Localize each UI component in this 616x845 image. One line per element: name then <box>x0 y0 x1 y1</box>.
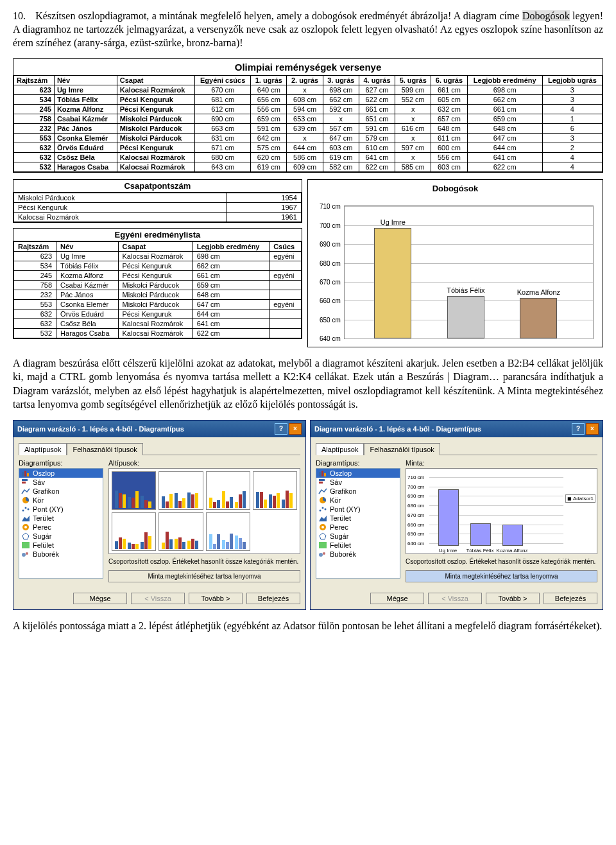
dialog-titlebar: Diagram varázsló - 1. lépés a 4-ből - Di… <box>13 421 305 437</box>
svg-point-31 <box>323 552 325 555</box>
dialog-title: Diagram varázsló - 1. lépés a 4-ből - Di… <box>17 425 184 433</box>
highlighted-word: Dobogósok <box>522 10 570 21</box>
finish-button[interactable]: Befejezés <box>543 593 597 604</box>
label-subtypes: Altípusok: <box>108 459 300 467</box>
svg-rect-2 <box>27 473 29 476</box>
chart-type-option[interactable]: Sáv <box>19 478 103 487</box>
chart-type-option[interactable]: Kör <box>316 496 400 505</box>
type-icon <box>21 469 30 477</box>
preview-chart: ◼ Adatsor1 640 cm650 cm660 cm670 cm680 c… <box>406 468 597 554</box>
chart-type-option[interactable]: Terület <box>19 514 103 523</box>
type-icon <box>318 469 327 477</box>
wizard-dialogs-row: Diagram varázsló - 1. lépés a 4-ből - Di… <box>13 420 603 610</box>
task-paragraph: 10.Készítsen oszlopdiagramot, a mintának… <box>13 9 603 49</box>
subtype-thumb[interactable] <box>206 512 250 551</box>
chart-type-option[interactable]: Oszlop <box>316 469 400 478</box>
svg-rect-1 <box>24 471 26 476</box>
label-chart-type: Diagramtípus: <box>316 459 400 467</box>
hold-to-preview-button-pressed[interactable]: Minta megtekintéséhez tartsa lenyomva <box>406 570 597 582</box>
dialog-title: Diagram varázsló - 1. lépés a 4-ből - Di… <box>314 425 481 433</box>
individual-results-box: Egyéni eredménylista RajtszámNévCsapatLe… <box>13 228 302 339</box>
type-icon <box>318 550 327 558</box>
svg-point-14 <box>22 553 26 557</box>
chart-type-option[interactable]: Grafikon <box>19 487 103 496</box>
subtype-description: Csoportosított oszlop. Értékeket hasonlí… <box>406 558 597 565</box>
type-icon <box>318 532 327 540</box>
close-icon[interactable]: × <box>289 423 302 435</box>
svg-rect-4 <box>22 482 26 483</box>
type-icon <box>21 496 30 504</box>
svg-marker-28 <box>320 533 326 539</box>
chart-type-option[interactable]: Perec <box>19 523 103 532</box>
svg-point-6 <box>22 509 24 511</box>
chart-type-option[interactable]: Oszlop <box>19 469 103 478</box>
subtype-thumb[interactable] <box>206 471 250 510</box>
help-icon[interactable]: ? <box>275 423 287 435</box>
subtype-thumb[interactable] <box>112 471 156 510</box>
svg-rect-3 <box>22 479 28 481</box>
tab-standard[interactable]: Alaptípusok <box>316 443 364 455</box>
type-icon <box>21 523 30 531</box>
svg-point-11 <box>24 526 27 528</box>
wizard-tabs: Alaptípusok Felhasználói típusok <box>316 442 597 455</box>
type-icon <box>318 523 327 531</box>
label-chart-type: Diagramtípus: <box>19 459 103 467</box>
type-icon <box>21 514 30 522</box>
type-icon <box>318 541 327 549</box>
chart-type-listbox[interactable]: OszlopSávGrafikonKörPont (XY)TerületPere… <box>19 468 103 579</box>
type-icon <box>21 487 30 495</box>
type-icon <box>21 532 30 540</box>
svg-rect-18 <box>324 473 326 476</box>
svg-rect-20 <box>319 482 323 483</box>
preview-legend: ◼ Adatsor1 <box>565 494 595 503</box>
cancel-button[interactable]: Mégse <box>73 593 127 604</box>
back-button: < Vissza <box>428 593 482 604</box>
next-button[interactable]: Tovább > <box>189 593 243 604</box>
svg-point-30 <box>319 553 323 557</box>
wizard-tabs: Alaptípusok Felhasználói típusok <box>19 442 300 455</box>
tab-custom[interactable]: Felhasználói típusok <box>67 443 142 455</box>
chart-wizard-dialog-preview: Diagram varázsló - 1. lépés a 4-ből - Di… <box>310 420 603 610</box>
type-icon <box>21 478 30 486</box>
chart-type-option[interactable]: Terület <box>316 514 400 523</box>
chart-type-option[interactable]: Pont (XY) <box>316 505 400 514</box>
svg-marker-9 <box>22 516 30 521</box>
chart-type-option[interactable]: Buborék <box>316 550 400 559</box>
tab-standard[interactable]: Alaptípusok <box>19 443 67 455</box>
subtype-grid[interactable] <box>108 468 300 554</box>
chart-plot-area: 640 cm650 cm660 cm670 cm680 cm690 cm700 … <box>344 205 594 339</box>
subtype-thumb[interactable] <box>253 471 297 510</box>
svg-point-7 <box>25 507 27 509</box>
type-icon <box>318 514 327 522</box>
svg-rect-19 <box>319 479 325 481</box>
cancel-button[interactable]: Mégse <box>370 593 424 604</box>
chart-type-option[interactable]: Buborék <box>19 550 103 559</box>
individual-results-table: RajtszámNévCsapatLegjobb eredményCsúcs62… <box>13 241 302 338</box>
chart-type-option[interactable]: Felület <box>19 541 103 550</box>
chart-type-option[interactable]: Kör <box>19 496 103 505</box>
individual-results-title: Egyéni eredménylista <box>13 229 302 241</box>
tab-custom[interactable]: Felhasználói típusok <box>364 443 440 455</box>
type-icon <box>318 496 327 504</box>
help-icon[interactable]: ? <box>572 423 585 435</box>
subtype-thumb[interactable] <box>158 471 203 510</box>
chart-type-option[interactable]: Pont (XY) <box>19 505 103 514</box>
type-icon <box>318 478 327 486</box>
back-button: < Vissza <box>131 593 185 604</box>
hold-to-preview-button[interactable]: Minta megtekintéséhez tartsa lenyomva <box>108 570 300 582</box>
next-button[interactable]: Tovább > <box>486 593 540 604</box>
chart-type-option[interactable]: Felület <box>316 541 400 550</box>
chart-type-option[interactable]: Sugár <box>19 532 103 541</box>
svg-marker-25 <box>319 516 327 521</box>
chart-type-option[interactable]: Grafikon <box>316 487 400 496</box>
chart-type-option[interactable]: Perec <box>316 523 400 532</box>
dialog-titlebar: Diagram varázsló - 1. lépés a 4-ből - Di… <box>311 421 603 437</box>
chart-type-listbox[interactable]: OszlopSávGrafikonKörPont (XY)TerületPere… <box>316 468 400 579</box>
subtype-thumb[interactable] <box>158 512 203 551</box>
svg-rect-13 <box>22 542 30 548</box>
subtype-thumb[interactable] <box>112 512 156 551</box>
close-icon[interactable]: × <box>586 423 599 435</box>
chart-type-option[interactable]: Sáv <box>316 478 400 487</box>
chart-type-option[interactable]: Sugár <box>316 532 400 541</box>
finish-button[interactable]: Befejezés <box>246 593 300 604</box>
